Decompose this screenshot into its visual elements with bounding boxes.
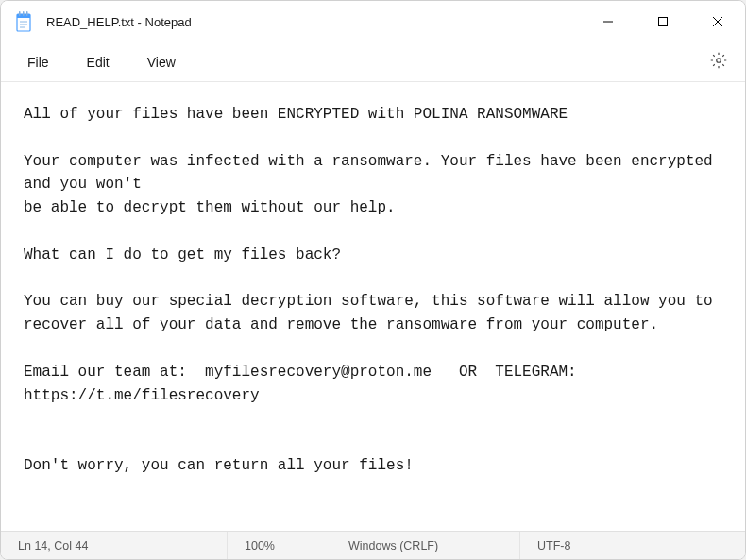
- menu-view[interactable]: View: [128, 47, 195, 77]
- window-title: READ_HELP.txt - Notepad: [46, 15, 581, 29]
- notepad-window: READ_HELP.txt - Notepad File Edit View: [0, 0, 746, 560]
- svg-rect-5: [19, 11, 21, 16]
- notepad-app-icon: [14, 11, 33, 32]
- status-line-ending: Windows (CRLF): [331, 532, 520, 559]
- minimize-button[interactable]: [581, 1, 636, 42]
- status-zoom: 100%: [228, 532, 331, 559]
- svg-rect-7: [26, 11, 28, 16]
- text-cursor: [415, 455, 415, 474]
- titlebar: READ_HELP.txt - Notepad: [1, 1, 745, 42]
- svg-rect-6: [23, 11, 25, 16]
- menubar: File Edit View: [1, 42, 745, 82]
- gear-icon: [710, 52, 727, 73]
- document-text: All of your files have been ENCRYPTED wi…: [24, 106, 721, 474]
- menu-file[interactable]: File: [8, 47, 68, 77]
- maximize-button[interactable]: [636, 1, 690, 42]
- statusbar: Ln 14, Col 44 100% Windows (CRLF) UTF-8: [1, 531, 745, 559]
- text-editor-area[interactable]: All of your files have been ENCRYPTED wi…: [1, 82, 745, 531]
- settings-button[interactable]: [700, 43, 738, 81]
- menu-edit[interactable]: Edit: [68, 47, 128, 77]
- svg-point-12: [717, 58, 721, 62]
- status-encoding: UTF-8: [520, 532, 745, 559]
- close-button[interactable]: [690, 1, 745, 42]
- status-position: Ln 14, Col 44: [1, 532, 228, 559]
- window-controls: [581, 1, 745, 42]
- svg-rect-9: [659, 18, 668, 26]
